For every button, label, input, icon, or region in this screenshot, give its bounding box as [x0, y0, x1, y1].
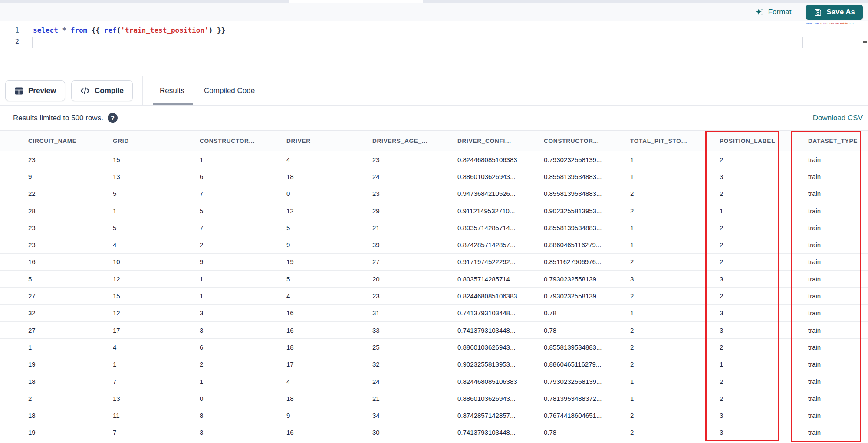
- tab-compiled-code[interactable]: Compiled Code: [204, 76, 255, 105]
- column-header-total-pit-sto[interactable]: TOTAL_PIT_STO...: [630, 138, 720, 144]
- table-cell: 5: [113, 190, 200, 197]
- table-cell: 4: [286, 292, 372, 300]
- table-cell: 3: [720, 412, 808, 419]
- table-cell: 0.7930232558139...: [544, 156, 630, 163]
- compile-label: Compile: [95, 86, 124, 95]
- column-header-constructor[interactable]: CONSTRUCTOR...: [544, 138, 630, 144]
- table-cell: 0.78: [544, 429, 630, 436]
- table-cell: 4: [113, 241, 200, 248]
- table-cell: 30: [372, 429, 457, 436]
- column-header-dataset-type[interactable]: DATASET_TYPE: [808, 138, 868, 144]
- dbt-ide-window: Format Save As 1 2 select * from {{ ref(…: [0, 0, 868, 443]
- table-cell: 0.7413793103448...: [457, 309, 544, 317]
- table-cell: 0.9473684210526...: [457, 190, 544, 197]
- preview-button[interactable]: Preview: [5, 80, 65, 101]
- table-cell: train: [808, 395, 868, 402]
- tab-compiled-code-label: Compiled Code: [204, 86, 255, 95]
- table-cell: 2: [28, 395, 113, 402]
- table-cell: 2: [720, 378, 808, 385]
- table-cell: 15: [113, 292, 200, 300]
- table-cell: 23: [28, 241, 113, 248]
- table-cell: train: [808, 344, 868, 351]
- column-header-grid[interactable]: GRID: [113, 138, 200, 144]
- table-cell: train: [808, 258, 868, 265]
- table-row: 23575210.8035714285714...0.8558139534883…: [0, 219, 868, 236]
- table-cell: 2: [630, 412, 720, 419]
- results-table: CIRCUIT_NAMEGRIDCONSTRUCTOR...DRIVERDRIV…: [0, 130, 868, 441]
- table-cell: 31: [372, 309, 457, 317]
- action-bar: Preview Compile Results Compiled Code: [0, 76, 868, 105]
- table-cell: train: [808, 309, 868, 317]
- table-row: 1610919270.9171974522292...0.85116279069…: [0, 254, 868, 271]
- table-cell: 0.8511627906976...: [544, 258, 630, 265]
- editor-minimap[interactable]: select * from {{ ref('train_test_positio…: [806, 22, 863, 26]
- editor-toolbar: Format Save As: [0, 3, 868, 21]
- table-cell: 0.8742857142857...: [457, 241, 544, 248]
- table-cell: 2: [630, 258, 720, 265]
- table-row: 3212316310.7413793103448...0.7813train: [0, 305, 868, 322]
- tab-results-label: Results: [160, 86, 184, 95]
- column-header-drivers-age[interactable]: DRIVERS_AGE_...: [372, 138, 457, 144]
- table-cell: 16: [28, 258, 113, 265]
- column-header-position-label[interactable]: POSITION_LABEL: [720, 138, 808, 144]
- table-cell: 1: [630, 378, 720, 385]
- table-cell: 7: [113, 378, 200, 385]
- table-cell: 33: [372, 327, 457, 334]
- table-cell: 0.8860103626943...: [457, 173, 544, 180]
- table-cell: 1: [630, 173, 720, 180]
- table-cell: 3: [630, 275, 720, 283]
- table-cell: 2: [630, 327, 720, 334]
- table-cell: 5: [28, 275, 113, 283]
- table-cell: 1: [720, 207, 808, 215]
- table-cell: 5: [113, 224, 200, 231]
- column-header-constructor[interactable]: CONSTRUCTOR...: [200, 138, 286, 144]
- table-cell: 1: [630, 156, 720, 163]
- table-cell: 7: [113, 429, 200, 436]
- table-cell: 18: [28, 412, 113, 419]
- table-cell: 1: [720, 360, 808, 368]
- table-cell: 13: [113, 173, 200, 180]
- compile-button[interactable]: Compile: [71, 80, 133, 101]
- help-icon[interactable]: ?: [108, 113, 118, 123]
- results-limit-text: Results limited to 500 rows.: [13, 114, 103, 122]
- table-cell: 3: [720, 429, 808, 436]
- table-cell: 0.8860465116279...: [544, 360, 630, 368]
- table-cell: train: [808, 429, 868, 436]
- table-cell: 23: [28, 224, 113, 231]
- table-row: 18714240.8244680851063830.7930232558139.…: [0, 373, 868, 390]
- table-cell: 3: [720, 173, 808, 180]
- download-csv-link[interactable]: Download CSV: [813, 114, 863, 122]
- table-cell: 28: [28, 207, 113, 215]
- results-info-bar: Results limited to 500 rows. ? Download …: [0, 105, 868, 130]
- save-as-button[interactable]: Save As: [806, 5, 863, 20]
- table-cell: 17: [286, 360, 372, 368]
- table-cell: 18: [28, 378, 113, 385]
- table-cell: 2: [630, 360, 720, 368]
- table-cell: 18: [286, 395, 372, 402]
- sparkles-icon: [755, 7, 764, 17]
- table-cell: 0.7413793103448...: [457, 429, 544, 436]
- column-header-circuit-name[interactable]: CIRCUIT_NAME: [28, 138, 113, 144]
- save-as-label: Save As: [826, 8, 855, 17]
- column-header-driver-confi[interactable]: DRIVER_CONFI...: [457, 138, 544, 144]
- table-cell: 11: [113, 412, 200, 419]
- table-cell: 24: [372, 173, 457, 180]
- sql-code-editor[interactable]: 1 2 select * from {{ ref('train_test_pos…: [0, 21, 868, 76]
- table-cell: 3: [200, 309, 286, 317]
- table-cell: 0.8558139534883...: [544, 173, 630, 180]
- table-cell: 23: [372, 292, 457, 300]
- table-cell: 0.8558139534883...: [544, 224, 630, 231]
- table-cell: 6: [200, 344, 286, 351]
- table-cell: 0.9112149532710...: [457, 207, 544, 215]
- format-button[interactable]: Format: [755, 7, 792, 17]
- active-file-tab[interactable]: [289, 0, 423, 3]
- column-header-driver[interactable]: DRIVER: [286, 138, 372, 144]
- table-cell: 2: [720, 241, 808, 248]
- save-icon: [814, 8, 822, 17]
- code-line-1[interactable]: select * from {{ ref('train_test_positio…: [33, 25, 225, 36]
- table-cell: 2: [720, 190, 808, 197]
- tab-results[interactable]: Results: [160, 76, 184, 105]
- table-cell: 1: [200, 378, 286, 385]
- table-cell: 0.8035714285714...: [457, 275, 544, 283]
- current-line-highlight[interactable]: [32, 37, 803, 48]
